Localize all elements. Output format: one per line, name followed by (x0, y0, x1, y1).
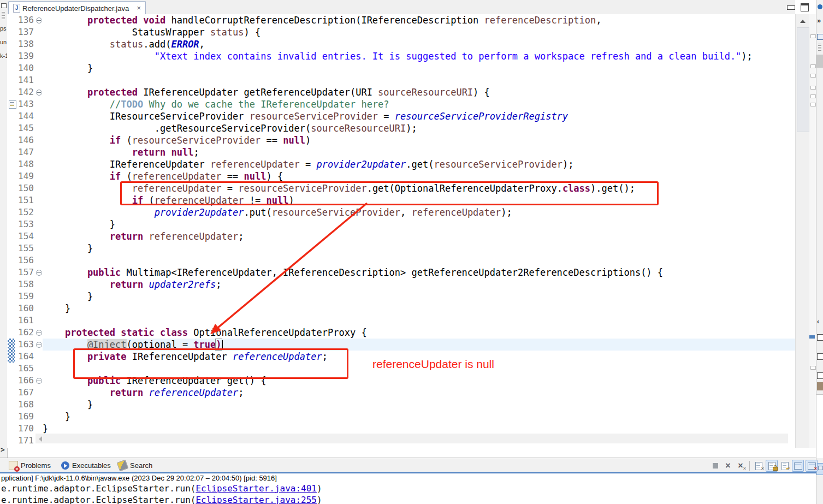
scroll-lock-icon[interactable] (766, 460, 778, 472)
line-number: 153 (16, 218, 34, 230)
code-line[interactable]: } (43, 303, 70, 315)
line-number-ruler[interactable]: 1361371381391401411421431441451461471481… (16, 14, 35, 448)
code-token (165, 147, 171, 158)
line-number: 164 (16, 351, 34, 363)
code-line[interactable]: } (43, 423, 48, 435)
view-tab-problems[interactable]: Problems (9, 458, 51, 472)
tab-reference-updater-dispatcher[interactable]: J ReferenceUpdaterDispatcher.java × (8, 1, 146, 15)
view-tab-executables[interactable]: Executables (61, 458, 111, 472)
chevron-left-icon[interactable]: ‹ (817, 318, 819, 325)
code-token: .add( (143, 39, 171, 50)
horizontal-scrollbar[interactable] (35, 434, 788, 443)
code-line[interactable]: IReferenceUpdater referenceUpdater = pro… (43, 158, 573, 170)
word-wrap-icon[interactable]: ↵ (779, 460, 790, 471)
code-line[interactable]: "Xtext index contains invalid entries. I… (43, 50, 753, 62)
code-line[interactable]: protected static class OptionalReference… (43, 327, 367, 339)
overview-marker[interactable] (810, 74, 816, 78)
code-text[interactable]: protected void handleCorruptReferenceDes… (43, 14, 795, 448)
code-editor[interactable]: 1361371381391401411421431441451461471481… (7, 14, 795, 448)
overview-marker[interactable] (810, 103, 816, 106)
folding-ruler[interactable] (35, 14, 43, 448)
overview-marker[interactable] (810, 86, 816, 90)
fold-toggle-icon[interactable] (36, 378, 42, 384)
vertical-scrollbar-thumb[interactable] (797, 27, 809, 132)
remove-launch-icon[interactable]: × (723, 460, 733, 471)
java-file-icon: J (13, 4, 20, 13)
minimize-view-icon[interactable] (787, 5, 795, 10)
code-line[interactable]: return referenceUpdater; (43, 230, 244, 242)
left-strip-fragment: un (0, 39, 7, 45)
fold-toggle-icon[interactable] (36, 17, 42, 23)
maximize-view-icon[interactable] (801, 3, 809, 11)
chevron-right-icon[interactable]: » (817, 16, 821, 25)
code-token: null (244, 171, 267, 182)
show-console-on-error-icon[interactable]: × (806, 460, 818, 472)
code-token: Multimap<IReferenceUpdater, IReferenceDe… (121, 267, 663, 278)
code-line[interactable]: status.add(ERROR, (43, 38, 205, 50)
clear-console-icon[interactable]: × (753, 460, 764, 471)
terminate-icon[interactable] (710, 460, 721, 471)
checkbox-icon[interactable] (817, 334, 823, 341)
right-collapsed-panel[interactable]: » ‹ (816, 0, 823, 504)
code-line[interactable]: return updater2refs; (43, 278, 222, 290)
code-line[interactable]: protected void handleCorruptReferenceDes… (43, 14, 602, 26)
code-token: OptionalReferenceUpdaterProxy { (188, 327, 367, 338)
code-line[interactable]: } (43, 62, 93, 74)
code-line[interactable]: } (43, 218, 115, 230)
expand-panel-icon[interactable]: > (1, 446, 5, 454)
line-number: 146 (16, 134, 34, 146)
console-output[interactable]: e.runtime.adaptor.EclipseStarter.run(Ecl… (1, 483, 816, 504)
code-line[interactable]: } (43, 411, 70, 423)
code-line[interactable]: } (43, 290, 93, 303)
code-token: } (87, 243, 93, 254)
code-line[interactable]: StatusWrapper status) { (43, 26, 260, 38)
code-line[interactable]: .getResourceServiceProvider(sourceResour… (43, 122, 417, 134)
occurrence-overview-marker[interactable] (809, 335, 815, 339)
code-token: ( (121, 171, 132, 182)
code-line[interactable]: if (resourceServiceProvider == null) (43, 134, 311, 146)
fold-toggle-icon[interactable] (36, 342, 42, 348)
view-icon[interactable] (817, 34, 823, 40)
code-line[interactable]: return null; (43, 146, 199, 158)
code-token: } (65, 411, 70, 422)
vertical-scrollbar[interactable] (795, 14, 810, 448)
code-line[interactable]: IResourceServiceProvider resourceService… (43, 110, 568, 122)
code-line[interactable]: protected IReferenceUpdater getReference… (43, 86, 490, 98)
fold-toggle-icon[interactable] (36, 90, 42, 96)
view-tab-search[interactable]: Search (118, 458, 152, 472)
panel-block (816, 55, 823, 68)
restore-view-icon[interactable] (1, 3, 7, 8)
remove-all-terminated-icon[interactable]: ×× (735, 460, 746, 471)
code-line[interactable]: public Multimap<IReferenceUpdater, IRefe… (43, 266, 663, 278)
stack-link[interactable]: EclipseStarter.java:401 (196, 483, 317, 494)
code-line[interactable]: provider2updater.put(resourceServiceProv… (43, 206, 512, 218)
checkbox-icon[interactable] (817, 372, 823, 379)
checkbox-icon[interactable] (817, 353, 823, 360)
fold-toggle-icon[interactable] (36, 330, 42, 336)
pin-console-icon[interactable] (792, 460, 804, 472)
overview-marker[interactable] (810, 34, 816, 38)
line-number: 163 (16, 339, 34, 351)
fold-toggle-icon[interactable] (36, 270, 42, 276)
overview-marker[interactable] (810, 366, 816, 370)
code-token: return (110, 231, 143, 242)
overview-marker[interactable] (810, 64, 816, 68)
code-line[interactable]: return referenceUpdater; (43, 387, 244, 399)
stack-link[interactable]: EclipseStarter.java:255 (196, 495, 317, 504)
code-line[interactable]: } (43, 399, 93, 411)
overview-marker[interactable] (810, 94, 816, 98)
left-collapsed-panel[interactable]: ps un k-1 > (0, 0, 8, 458)
console-process-label: pplication] F:\jdk\jdk-11.0.6\bin\javaw.… (1, 474, 815, 483)
task-marker-icon[interactable] (9, 100, 16, 109)
code-token: } (87, 399, 93, 410)
overview-ruler[interactable] (809, 14, 816, 448)
code-token: ; (216, 279, 221, 290)
scroll-left-icon[interactable] (39, 436, 42, 442)
code-line[interactable]: } (43, 242, 93, 254)
scroll-up-icon[interactable] (800, 20, 806, 23)
code-line[interactable]: //TODO Why do we cache the IReferenceUpd… (43, 98, 389, 110)
close-icon[interactable]: × (137, 4, 141, 12)
code-line[interactable]: if (referenceUpdater == null) { (43, 170, 283, 182)
line-number: 168 (16, 399, 34, 411)
annotation-ruler[interactable] (8, 14, 16, 448)
